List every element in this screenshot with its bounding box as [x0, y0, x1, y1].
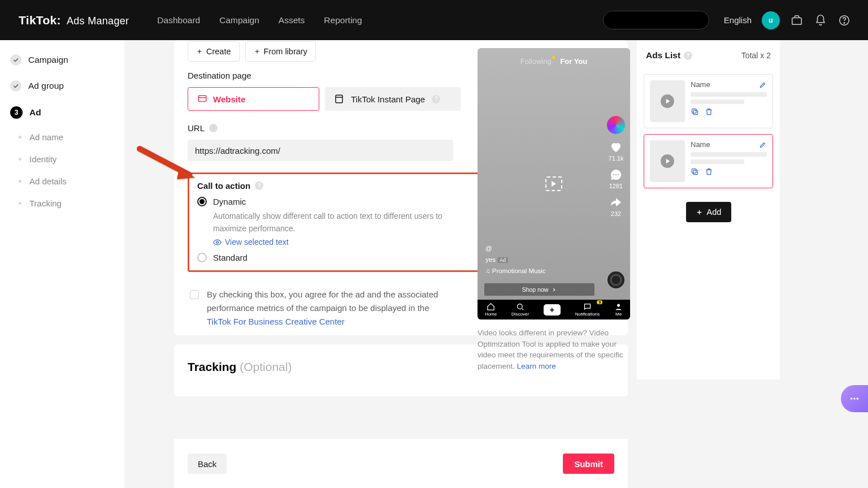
creative-center-link[interactable]: TikTok For Business Creative Center	[207, 317, 345, 326]
preview-right-rail: 71.1k 1281 232	[607, 116, 625, 217]
top-nav: TikTok: Ads Manager Dashboard Campaign A…	[0, 0, 868, 40]
svg-rect-16	[692, 169, 697, 174]
chevron-right-icon	[552, 287, 557, 292]
svg-point-7	[615, 174, 617, 175]
instant-page-icon	[334, 94, 344, 104]
svg-rect-4	[336, 95, 342, 103]
svg-point-19	[857, 398, 859, 400]
nav-discover: Discover	[511, 303, 529, 317]
svg-point-8	[618, 174, 619, 175]
sidebar: Campaign Ad group 3 Ad Ad name Identity …	[0, 40, 124, 488]
dot-icon	[19, 202, 21, 205]
phone-preview: Following For You 71.1k 1281 232 @ yesAd…	[478, 48, 630, 319]
dot-icon	[19, 158, 21, 161]
ad-card[interactable]: Name	[644, 134, 773, 188]
svg-point-2	[844, 22, 844, 23]
back-button[interactable]: Back	[188, 454, 227, 474]
preview-caption: @ yesAd ♫ Promotional Music	[485, 245, 545, 274]
nav-campaign[interactable]: Campaign	[219, 15, 259, 25]
edit-icon[interactable]	[759, 81, 767, 89]
svg-point-18	[853, 398, 856, 400]
dot-icon	[19, 136, 21, 139]
check-icon	[10, 54, 21, 66]
nav-reporting[interactable]: Reporting	[324, 15, 362, 25]
svg-point-6	[613, 174, 614, 175]
nav-assets[interactable]: Assets	[279, 15, 305, 25]
svg-rect-13	[692, 109, 697, 114]
svg-point-9	[518, 304, 523, 309]
ad-card[interactable]: Name	[644, 74, 773, 128]
sub-identity[interactable]: Identity	[0, 148, 124, 170]
ad-meta: Name	[691, 140, 767, 182]
nav-plus: +	[544, 304, 561, 316]
plus-icon	[696, 209, 703, 216]
step-number: 3	[10, 106, 23, 119]
dot-icon	[19, 180, 21, 183]
like-icon: 71.1k	[609, 140, 624, 162]
nav-right: English u	[603, 11, 851, 29]
preview-note: Video looks different in preview? Video …	[478, 327, 627, 372]
trash-icon[interactable]	[705, 107, 713, 116]
question-icon: ?	[432, 95, 440, 103]
copy-icon[interactable]	[691, 107, 699, 116]
sub-tracking[interactable]: Tracking	[0, 192, 124, 214]
nav-notifications: 9Notifications	[575, 303, 600, 317]
play-icon	[660, 154, 675, 169]
disc-icon	[607, 271, 624, 288]
step-label: Ad group	[28, 81, 64, 91]
destination-instant[interactable]: TikTok Instant Page ?	[325, 87, 461, 111]
svg-point-10	[617, 304, 620, 307]
agree-text: By checking this box, you agree for the …	[207, 288, 450, 329]
bell-icon[interactable]	[814, 14, 827, 27]
question-icon: ?	[255, 182, 263, 190]
step-ad[interactable]: 3 Ad	[0, 99, 124, 126]
nav-home: Home	[485, 303, 497, 317]
video-placeholder-icon	[545, 176, 562, 191]
chat-fab[interactable]	[841, 385, 868, 412]
tab-foryou[interactable]: For You	[560, 57, 587, 66]
preview-cta-bar: Shop now	[484, 283, 594, 296]
briefcase-icon[interactable]	[790, 14, 804, 27]
url-input[interactable]	[188, 140, 453, 161]
preview-top-tabs: Following For You	[478, 57, 630, 66]
chat-icon	[848, 392, 861, 405]
eye-icon	[213, 238, 222, 247]
ad-meta: Name	[691, 80, 767, 122]
step-label: Campaign	[28, 55, 68, 65]
nav-dashboard[interactable]: Dashboard	[157, 15, 200, 25]
search-input[interactable]	[603, 11, 709, 29]
preview-column: Following For You 71.1k 1281 232 @ yesAd…	[478, 48, 630, 372]
create-button[interactable]: Create	[188, 41, 240, 62]
edit-icon[interactable]	[759, 141, 767, 149]
tab-following[interactable]: Following	[520, 57, 552, 66]
question-icon: ?	[684, 51, 692, 60]
brand: TikTok: Ads Manager	[19, 14, 129, 27]
agree-row: By checking this box, you agree for the …	[190, 288, 450, 329]
share-icon: 232	[609, 196, 623, 217]
help-icon[interactable]	[837, 14, 851, 27]
comment-icon: 1281	[609, 168, 623, 189]
sub-ad-name[interactable]: Ad name	[0, 126, 124, 148]
question-icon: ?	[209, 124, 218, 132]
website-icon	[197, 94, 207, 104]
skeleton	[691, 100, 744, 104]
trash-icon[interactable]	[705, 167, 713, 176]
learn-more-link[interactable]: Learn more	[517, 362, 556, 370]
from-library-button[interactable]: From library	[245, 41, 316, 62]
sub-ad-details[interactable]: Ad details	[0, 170, 124, 192]
ads-list-panel: Ads List ? Total x 2 Name Name Add	[637, 40, 780, 379]
skeleton	[691, 92, 767, 97]
add-button[interactable]: Add	[686, 202, 731, 222]
destination-website[interactable]: Website	[188, 87, 319, 111]
ad-thumb	[650, 80, 685, 122]
user-avatar[interactable]: u	[762, 11, 780, 29]
submit-button[interactable]: Submit	[563, 454, 614, 474]
copy-icon[interactable]	[691, 167, 699, 176]
preview-bottom-nav: Home Discover + 9Notifications Me	[478, 300, 630, 319]
step-campaign[interactable]: Campaign	[0, 47, 124, 73]
svg-rect-0	[792, 18, 802, 24]
svg-rect-3	[198, 96, 206, 102]
language-selector[interactable]: English	[724, 15, 752, 25]
agree-checkbox[interactable]	[190, 290, 199, 299]
step-adgroup[interactable]: Ad group	[0, 73, 124, 99]
